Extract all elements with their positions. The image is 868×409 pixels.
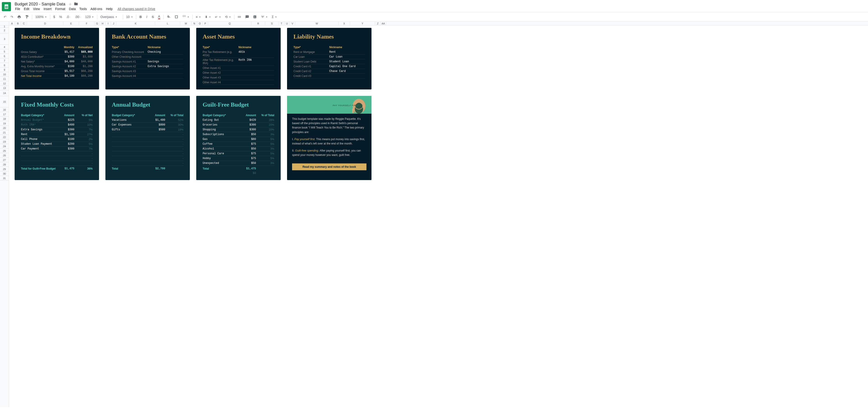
save-status[interactable]: All changes saved in Drive [118, 7, 155, 11]
text-wrap-button[interactable]: ↵▼ [213, 14, 223, 20]
menu-file[interactable]: File [13, 6, 22, 12]
table-row[interactable]: 401k Contribution* $300 $3,600 [21, 55, 93, 59]
undo-button[interactable]: ↶ [2, 14, 8, 20]
table-row[interactable]: Other Asset #2 [203, 70, 274, 75]
table-row[interactable]: Savings Account #4 [112, 74, 183, 78]
row-header-2[interactable]: 2 [0, 28, 9, 33]
table-row[interactable]: Credit Card #1 Capital One Card [293, 64, 365, 69]
table-row[interactable]: Car Expenses $800 30% [112, 123, 183, 127]
table-row[interactable]: Shopping $300 20% [203, 127, 274, 132]
row-header-27[interactable]: 27 [0, 158, 9, 162]
strikethrough-button[interactable]: S [150, 14, 156, 20]
font-select[interactable]: Overpass▼ [99, 14, 121, 20]
table-row[interactable]: Primary Checking Account Checking [112, 50, 183, 55]
table-row[interactable]: Groceries $300 20% [203, 123, 274, 127]
print-button[interactable] [16, 14, 23, 20]
col-header-I[interactable]: I [105, 22, 111, 25]
v-align-button[interactable]: ⬍▼ [203, 14, 213, 20]
table-row[interactable]: Gifts $500 19% [112, 127, 183, 132]
col-header-J[interactable]: J [111, 22, 116, 25]
table-row[interactable]: Net Salary* $4,000 $48,000 [21, 59, 93, 64]
row-header-6[interactable]: 6 [0, 54, 9, 58]
col-header-R[interactable]: R [251, 22, 265, 25]
italic-button[interactable]: I [144, 14, 150, 20]
table-row[interactable]: Alcohol $50 3% [203, 147, 274, 151]
functions-button[interactable]: Σ▼ [270, 14, 279, 20]
table-row[interactable]: Gross Total Income $5,517 $66,200 [21, 69, 93, 74]
col-header-D[interactable]: D [27, 22, 63, 25]
table-row[interactable]: - [112, 161, 183, 166]
col-header-L[interactable]: L [155, 22, 180, 25]
table-row[interactable]: Savings Account #1 Savings [112, 59, 183, 64]
row-header-18[interactable]: 18 [0, 117, 9, 121]
row-header-12[interactable]: 12 [0, 81, 9, 86]
table-row[interactable]: - [112, 147, 183, 151]
chart-button[interactable] [251, 14, 258, 20]
col-header-P[interactable]: P [203, 22, 208, 25]
h-align-button[interactable]: ≡▼ [194, 14, 203, 20]
redo-button[interactable]: ↷ [9, 14, 15, 20]
table-row[interactable]: Rent or Mortgage Rent [293, 50, 365, 55]
menu-tools[interactable]: Tools [78, 6, 89, 12]
row-header-8[interactable]: 8 [0, 63, 9, 68]
table-row[interactable]: Gross Salary $5,417 $65,000 [21, 50, 93, 55]
bold-button[interactable]: B [137, 14, 144, 20]
sheet-content[interactable]: Income Breakdown Monthly Annualized Gros… [9, 26, 868, 407]
table-row[interactable]: Gas $80 5% [203, 137, 274, 142]
table-row[interactable]: - [112, 132, 183, 137]
text-color-button[interactable]: A [156, 13, 162, 21]
col-header-W[interactable]: W [295, 22, 339, 25]
col-header-H[interactable]: H [100, 22, 105, 25]
col-header-X[interactable]: X [339, 22, 350, 25]
merge-cells-button[interactable]: ▼ [181, 14, 191, 20]
link-button[interactable] [236, 14, 243, 20]
table-row[interactable]: Avg. Extra Monthly Income* $100 $1,200 [21, 64, 93, 69]
row-header-5[interactable]: 5 [0, 49, 9, 54]
decrease-decimal-button[interactable]: .0← [64, 14, 72, 20]
percent-button[interactable]: % [58, 14, 64, 20]
col-header-F[interactable]: F [79, 22, 94, 25]
table-row[interactable]: - [21, 156, 93, 161]
table-row[interactable]: Extra Savings $300 7% [21, 127, 93, 132]
row-header-21[interactable]: 21 [0, 130, 9, 135]
row-header-7[interactable]: 7 [0, 58, 9, 63]
row-header-4[interactable]: 4 [0, 45, 9, 49]
table-row[interactable]: Credit Card #2 Chase Card [293, 69, 365, 74]
row-header-19[interactable]: 19 [0, 121, 9, 126]
col-header-E[interactable]: E [63, 22, 79, 25]
zoom-select[interactable]: 100%▼ [34, 14, 49, 20]
col-header-A[interactable]: A [9, 22, 15, 25]
menu-view[interactable]: View [31, 6, 42, 12]
table-row[interactable]: Other Asset #3 [203, 75, 274, 80]
row-header-28[interactable]: 28 [0, 162, 9, 167]
table-row[interactable]: - [112, 156, 183, 161]
table-row[interactable]: Eating Out $420 28% [203, 118, 274, 123]
table-row[interactable]: - [21, 151, 93, 156]
table-row[interactable]: Unexpected $50 3% [203, 161, 274, 166]
col-header-AA[interactable]: AA [381, 22, 386, 25]
table-row[interactable]: Studen Loan Payment $200 5% [21, 142, 93, 147]
col-header-V[interactable]: V [290, 22, 295, 25]
row-header-24[interactable]: 24 [0, 144, 9, 149]
table-row[interactable]: Rent $1,100 27% [21, 132, 93, 137]
table-row[interactable]: - [21, 161, 93, 166]
table-row[interactable]: Savings Account #3 [112, 69, 183, 74]
col-header-G[interactable]: G [94, 22, 100, 25]
comment-button[interactable] [244, 14, 251, 20]
row-header-26[interactable]: 26 [0, 153, 9, 158]
col-header-N[interactable]: N [192, 22, 197, 25]
row-header-23[interactable]: 23 [0, 139, 9, 144]
row-header-9[interactable]: 9 [0, 68, 9, 72]
currency-button[interactable]: $ [52, 14, 57, 20]
star-icon[interactable]: ☆ [69, 2, 72, 6]
borders-button[interactable] [173, 14, 180, 20]
paint-format-button[interactable] [23, 14, 31, 20]
col-header-T[interactable]: T [279, 22, 284, 25]
row-header-20[interactable]: 20 [0, 126, 9, 130]
table-row[interactable]: Savings Account #2 Extra Savings [112, 64, 183, 69]
table-row[interactable]: Subscriptions $50 3% [203, 132, 274, 137]
row-header-17[interactable]: 17 [0, 112, 9, 117]
table-row[interactable]: After Tax Retirement (e.g. IRA) Roth IRA [203, 58, 274, 66]
col-header-U[interactable]: U [284, 22, 290, 25]
font-size-select[interactable]: 10▼ [124, 14, 135, 20]
